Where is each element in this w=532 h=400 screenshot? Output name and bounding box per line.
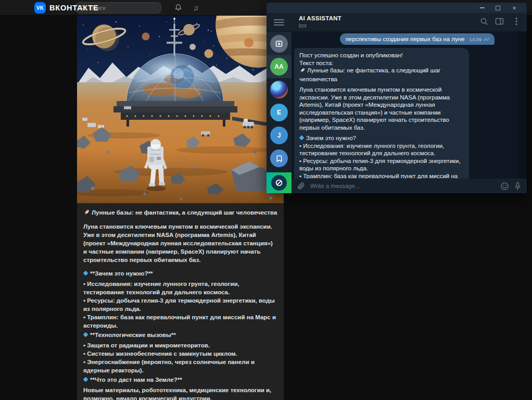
sidebar-item-archive[interactable] [267,32,292,55]
archive-icon [270,35,288,53]
bookmark-icon [270,149,288,167]
chat-header: AI ASSISTANT bot [267,13,527,32]
chat-title: AI ASSISTANT [299,15,341,21]
post-bullet: • Исследования: изучение лунного грунта,… [83,280,277,296]
minimize-icon [480,7,485,8]
sidebar-toggle-icon[interactable] [495,17,504,28]
maximize-icon [496,6,500,10]
window-titlebar[interactable]: × [267,3,527,13]
mic-icon[interactable] [514,182,522,191]
vk-post: Лунные базы: не фантастика, а следующий … [77,16,284,400]
messages-area[interactable]: перспективы создания первых баз на луне1… [292,32,527,193]
incoming-message[interactable]: Пост успешно создан и опубликован! Текст… [294,48,469,179]
sidebar-item-e[interactable]: E [267,101,292,124]
diamond-emoji [83,377,88,382]
outgoing-message[interactable]: перспективы создания первых баз на луне1… [340,33,495,45]
post-bullet: • Трамплин: база как перевалочный пункт … [83,313,277,330]
chat-sidebar: AA E J [267,32,292,193]
sidebar-item-saved-messages[interactable] [267,147,292,170]
avatar-e: E [270,104,288,121]
planet-brown [142,33,150,41]
message-input[interactable] [310,183,496,189]
bot-bullet: • Ресурсы: добыча гелия-3 для термоядерн… [299,157,464,172]
emoji-icon[interactable] [500,182,509,191]
scrollbar-track[interactable] [518,32,527,193]
post-bullet: • Защита от радиации и микрометеоритов. [83,341,277,349]
bot-paragraph: Луна становится ключевым пунктом в косми… [299,86,464,131]
avatar-art [270,81,288,98]
bell-icon[interactable] [174,4,182,14]
more-menu-icon[interactable] [515,17,517,28]
post-paragraph: Луна становится ключевым пунктом в косми… [83,222,277,264]
bot-line: Лунные базы: не фантастика, а следующий … [299,67,464,83]
close-button[interactable]: × [510,4,518,11]
maximize-button[interactable] [493,4,502,11]
diamond-emoji [83,332,88,338]
avatar-ai-assistant: AA [270,58,288,76]
sidebar-item-ai-assistant[interactable]: AA [267,55,292,78]
chat-subtitle: bot [299,22,307,29]
message-time: 14:09 [469,36,482,42]
outgoing-message-text: перспективы создания первых баз на луне [346,36,465,42]
moon-small [189,44,196,50]
planet-tan [205,49,213,58]
bot-bullet: • Исследования: изучение лунного грунта,… [299,142,464,157]
diamond-emoji [299,135,305,141]
bot-line: Текст поста: [299,59,464,67]
search-icon[interactable] [480,17,488,28]
rocket-emoji [299,67,306,76]
sidebar-item-art-chat[interactable] [267,78,292,101]
diamond-emoji [83,271,88,276]
minimize-button[interactable] [478,4,486,11]
read-checks-icon: ✓✓ [483,36,489,42]
music-icon[interactable]: ♫ [193,4,199,12]
post-image[interactable] [77,16,284,203]
bot-section-title: Зачем это нужно? [299,134,464,142]
menu-hamburger-icon[interactable] [274,17,284,28]
bot-line: Пост успешно создан и опубликован! [299,52,464,59]
vk-logo[interactable]: VK [34,2,46,14]
avatar-j: J [270,127,288,144]
post-paragraph: Новые материалы, робототехника, медицинс… [83,386,277,400]
post-section-title: **Что это даст нам на Земле?** [83,376,277,384]
rocket-emoji [83,209,90,218]
post-text: Лунные базы: не фантастика, а следующий … [77,203,284,400]
post-section-title: **Зачем это нужно?** [83,269,277,278]
message-input-bar [292,179,527,193]
post-title: Лунные базы: не фантастика, а следующий … [83,208,277,218]
sidebar-item-status[interactable] [267,172,292,193]
sidebar-item-j[interactable]: J [267,124,292,147]
post-bullet: • Ресурсы: добыча гелия-3 для термоядерн… [83,296,277,313]
vk-brand-wordmark[interactable]: ВКОНТАКТЕ [49,4,98,12]
bot-bullet: • Трамплин: база как перевалочный пункт … [299,172,464,179]
post-bullet: • Энергоснабжение (вероятно, через солне… [83,358,277,374]
chat-window: × AI ASSISTANT bot перспективы создания … [267,3,527,193]
blocked-circle-icon [271,175,287,191]
post-section-title: **Технологические вызовы** [83,331,277,339]
attach-icon[interactable] [297,182,306,191]
post-bullet: • Системы жизнеобеспечения с замкнутым ц… [83,349,277,358]
